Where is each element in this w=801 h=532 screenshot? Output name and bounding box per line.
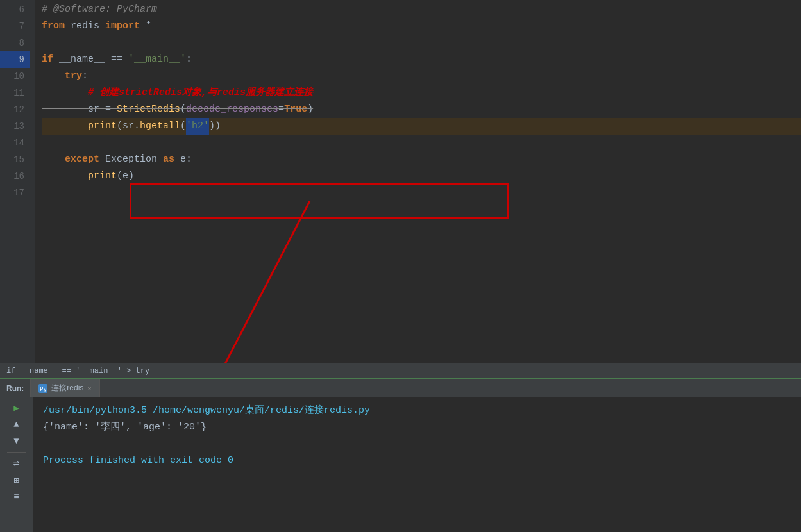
line-num-13: ⊟ 13: [0, 118, 30, 135]
run-output-line-1: /usr/bin/python3.5 /home/wengwenyu/桌面/re…: [43, 403, 791, 419]
line-num-7: 7: [0, 18, 30, 35]
line-num-8: 8: [0, 35, 30, 51]
kw-except: except: [65, 151, 99, 168]
line-num-9: ▶ 9: [0, 51, 30, 68]
run-output-line-3: [43, 436, 791, 453]
code-line-16: print ( e ): [42, 168, 801, 185]
plain-9b: :: [186, 51, 192, 68]
kw-as: as: [163, 151, 174, 168]
line-num-14: 14: [0, 135, 30, 151]
plain-15b: e:: [174, 151, 192, 168]
run-tab-close[interactable]: ×: [87, 385, 91, 392]
line-num-12: 12: [0, 101, 30, 118]
indent-13: [42, 118, 88, 135]
kw-if: if: [42, 51, 53, 68]
plain-9a: __name__ ==: [53, 51, 128, 68]
paren-12a: (: [180, 101, 186, 118]
run-play-button[interactable]: ▶: [10, 401, 24, 415]
svg-line-1: [208, 201, 310, 363]
run-settings-button[interactable]: ≡: [10, 490, 24, 504]
paren-13b: (: [180, 118, 186, 135]
code-line-7: from redis import *: [42, 18, 801, 35]
code-body[interactable]: # @Software: PyCharm from redis import *…: [35, 0, 801, 363]
svg-text:Py: Py: [40, 386, 47, 392]
indent-10: [42, 68, 65, 85]
var-e: e: [122, 168, 128, 185]
var-sr: sr =: [88, 101, 117, 118]
paren-13c: )): [209, 118, 221, 135]
run-tab-label: 连接redis: [51, 383, 83, 394]
paren-12b: ): [307, 101, 313, 118]
comment-11: # 创建strictRedis对象,与redis服务器建立连接: [88, 85, 313, 101]
run-btn-divider: [7, 452, 26, 453]
plain-10: :: [82, 68, 88, 85]
code-line-8: [42, 35, 801, 51]
str-main: '__main__': [128, 51, 186, 68]
run-content[interactable]: /usr/bin/python3.5 /home/wengwenyu/桌面/re…: [33, 397, 801, 532]
line-num-17: 17: [0, 185, 30, 201]
indent-11: [42, 85, 88, 101]
kw-try: try: [65, 68, 82, 85]
breadcrumb-text: if __name__ == '__main__' > try: [6, 367, 149, 376]
run-sidebar: ▶ ▲ ▼ ⇌ ⊞ ≡: [0, 397, 33, 532]
code-line-10: try :: [42, 68, 801, 85]
run-output-line-2: {'name': '李四', 'age': '20'}: [43, 419, 791, 436]
python-icon: Py: [38, 384, 47, 393]
run-output: ▶ ▲ ▼ ⇌ ⊞ ≡ /usr/bin/python3.5 /home/wen…: [0, 397, 801, 532]
paren-16b: ): [128, 168, 134, 185]
fn-print-13: print: [88, 118, 117, 135]
line-num-11: 11: [0, 85, 30, 101]
line-num-10: ⊟ 10: [0, 68, 30, 85]
code-line-17: [42, 185, 801, 201]
run-down-button[interactable]: ▼: [10, 434, 24, 448]
bool-true: True: [284, 101, 307, 118]
code-line-9: if __name__ == '__main__' :: [42, 51, 801, 68]
code-section: 6 7 8 ▶ 9 ⊟ 10 11 12 ⊟ 13 14 15 16 17: [0, 0, 801, 363]
plain-15a: Exception: [99, 151, 163, 168]
run-output-line-4: Process finished with exit code 0: [43, 453, 791, 469]
code-line-6: # @Software: PyCharm: [42, 1, 801, 18]
code-line-12: sr = StrictRedis ( decode_responses = Tr…: [42, 101, 801, 118]
indent-16: [42, 168, 88, 185]
code-line-11: # 创建strictRedis对象,与redis服务器建立连接: [42, 85, 801, 101]
kw-import: import: [105, 18, 140, 35]
line-num-15: 15: [0, 151, 30, 168]
code-line-13: print ( sr. hgetall ( 'h2' )): [42, 118, 801, 135]
line-num-16: 16: [0, 168, 30, 185]
fn-print-16: print: [88, 168, 117, 185]
sr-ref-13: sr.: [122, 118, 140, 135]
str-h2: 'h2': [186, 118, 209, 135]
line-numbers: 6 7 8 ▶ 9 ⊟ 10 11 12 ⊟ 13 14 15 16 17: [0, 0, 35, 363]
paren-13a: (: [117, 118, 122, 135]
run-label: Run:: [0, 379, 31, 397]
run-tabs: Run: Py 连接redis ×: [0, 379, 801, 397]
breadcrumb-bar: if __name__ == '__main__' > try: [0, 363, 801, 378]
cls-strictredis: StrictRedis: [117, 101, 180, 118]
paren-16a: (: [117, 168, 122, 185]
code-line-14: [42, 135, 801, 151]
run-up-button[interactable]: ▲: [10, 417, 24, 431]
comment-6: # @Software: PyCharm: [42, 1, 157, 18]
plain-7b: *: [140, 18, 151, 35]
kw-from: from: [42, 18, 65, 35]
run-panel: Run: Py 连接redis × ▶ ▲ ▼ ⇌ ⊞ ≡: [0, 378, 801, 532]
editor-area: 6 7 8 ▶ 9 ⊟ 10 11 12 ⊟ 13 14 15 16 17: [0, 0, 801, 532]
run-restart-button[interactable]: ⇌: [10, 456, 24, 470]
fn-hgetall: hgetall: [140, 118, 180, 135]
indent-12: [42, 101, 88, 118]
run-stop-button[interactable]: ⊞: [10, 473, 24, 487]
eq-12: =: [278, 101, 284, 118]
code-line-15: except Exception as e:: [42, 151, 801, 168]
plain-7a: redis: [65, 18, 105, 35]
line-num-6: 6: [0, 1, 30, 18]
run-tab-redis[interactable]: Py 连接redis ×: [31, 379, 99, 397]
param-decode: decode_responses: [186, 101, 278, 118]
indent-15: [42, 151, 65, 168]
